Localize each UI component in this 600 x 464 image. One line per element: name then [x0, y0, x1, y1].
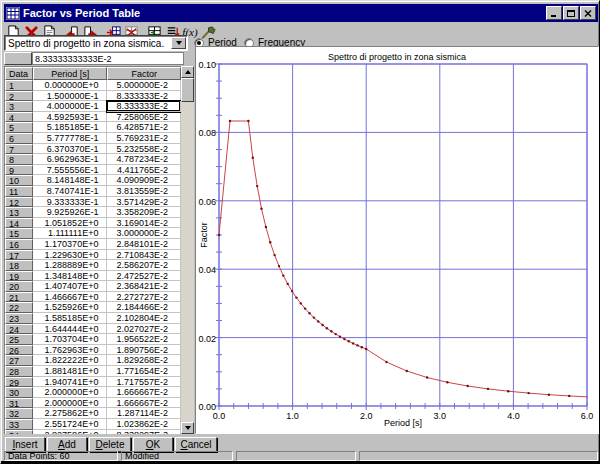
table-cell[interactable]: 9.925926E-1 [33, 207, 108, 218]
table-cell[interactable]: 1.771654E-2 [107, 366, 181, 377]
row-number-cell[interactable]: 34 [5, 430, 33, 434]
table-cell[interactable]: 2.827586E+0 [33, 430, 108, 434]
table-cell[interactable]: 1.500000E-1 [33, 91, 108, 102]
table-cell[interactable]: 5.000000E-2 [107, 80, 181, 91]
table-cell[interactable]: 1.829268E-2 [107, 355, 181, 366]
ok-button[interactable]: OK [133, 437, 173, 452]
table-cell[interactable]: 7.555556E-1 [33, 165, 108, 176]
table-cell[interactable]: 3.571429E-2 [107, 197, 181, 208]
table-cell[interactable]: 8.148148E-1 [33, 175, 108, 186]
cell-value-input[interactable] [32, 52, 184, 65]
row-number-cell[interactable]: 16 [5, 239, 33, 250]
table-cell[interactable]: 1.023862E-2 [107, 419, 181, 430]
table-cell[interactable]: 7.258065E-2 [107, 112, 181, 123]
table-cell[interactable]: 1.170370E+0 [33, 239, 108, 250]
table-cell[interactable]: 5.769231E-2 [107, 133, 181, 144]
row-number-cell[interactable]: 6 [5, 133, 33, 144]
table-cell[interactable]: 1.407407E+0 [33, 281, 108, 292]
column-header-data[interactable]: Data [5, 67, 33, 80]
table-cell[interactable]: 8.333333E-2 [107, 101, 181, 112]
scroll-up-icon[interactable] [181, 66, 194, 78]
maximize-button[interactable] [563, 6, 579, 20]
table-cell[interactable]: 1.229630E+0 [33, 250, 108, 261]
table-cell[interactable]: 1.644444E+0 [33, 324, 108, 335]
row-number-cell[interactable]: 31 [5, 398, 33, 409]
table-cell[interactable]: 6.428571E-2 [107, 122, 181, 133]
row-number-cell[interactable]: 12 [5, 197, 33, 208]
row-number-cell[interactable]: 7 [5, 144, 33, 155]
scroll-down-icon[interactable] [181, 422, 194, 434]
insert-button[interactable]: Insert [5, 437, 45, 452]
table-cell[interactable]: 8.338297E-3 [107, 430, 181, 434]
table-cell[interactable]: 0.000000E+0 [33, 80, 108, 91]
row-number-cell[interactable]: 29 [5, 377, 33, 388]
table-cell[interactable]: 1.881481E+0 [33, 366, 108, 377]
close-button[interactable] [580, 6, 596, 20]
column-header-period[interactable]: Period [s] [33, 67, 108, 80]
row-number-cell[interactable]: 21 [5, 292, 33, 303]
table-cell[interactable]: 5.185185E-1 [33, 122, 108, 133]
table-cell[interactable]: 9.333333E-1 [33, 197, 108, 208]
row-number-cell[interactable]: 32 [5, 408, 33, 419]
table-cell[interactable]: 4.592593E-1 [33, 112, 108, 123]
table-cell[interactable]: 2.710843E-2 [107, 250, 181, 261]
table-cell[interactable]: 1.666667E-2 [107, 398, 181, 409]
table-cell[interactable]: 2.368421E-2 [107, 281, 181, 292]
add-button[interactable]: Add [47, 437, 87, 452]
table-cell[interactable]: 1.287114E-2 [107, 408, 181, 419]
table-cell[interactable]: 1.051852E+0 [33, 218, 108, 229]
row-number-cell[interactable]: 20 [5, 281, 33, 292]
row-number-cell[interactable]: 8 [5, 154, 33, 165]
row-number-cell[interactable]: 28 [5, 366, 33, 377]
scrollbar-thumb[interactable] [181, 78, 194, 102]
table-cell[interactable]: 2.000000E+0 [33, 387, 108, 398]
row-number-cell[interactable]: 17 [5, 250, 33, 261]
row-number-cell[interactable]: 24 [5, 324, 33, 335]
table-cell[interactable]: 1.466667E+0 [33, 292, 108, 303]
table-cell[interactable]: 6.370370E-1 [33, 144, 108, 155]
table-cell[interactable]: 1.703704E+0 [33, 334, 108, 345]
row-number-cell[interactable]: 13 [5, 207, 33, 218]
table-cell[interactable]: 1.288889E+0 [33, 260, 108, 271]
row-number-cell[interactable]: 4 [5, 112, 33, 123]
table-cell[interactable]: 1.717557E-2 [107, 377, 181, 388]
table-cell[interactable]: 3.169014E-2 [107, 218, 181, 229]
table-cell[interactable]: 1.525926E+0 [33, 302, 108, 313]
row-number-cell[interactable]: 18 [5, 260, 33, 271]
spectrum-select[interactable]: Spettro di progetto in zona sismica. [4, 35, 188, 51]
row-number-cell[interactable]: 15 [5, 228, 33, 239]
row-number-cell[interactable]: 11 [5, 186, 33, 197]
table-cell[interactable]: 2.275862E+0 [33, 408, 108, 419]
row-number-cell[interactable]: 33 [5, 419, 33, 430]
row-number-cell[interactable]: 10 [5, 175, 33, 186]
table-scrollbar[interactable] [181, 66, 194, 434]
table-cell[interactable]: 2.027027E-2 [107, 324, 181, 335]
table-cell[interactable]: 4.090909E-2 [107, 175, 181, 186]
table-cell[interactable]: 2.184466E-2 [107, 302, 181, 313]
table-cell[interactable]: 2.000000E+0 [33, 398, 108, 409]
table-cell[interactable]: 1.762963E+0 [33, 345, 108, 356]
row-number-cell[interactable]: 14 [5, 218, 33, 229]
table-cell[interactable]: 1.940741E+0 [33, 377, 108, 388]
table-cell[interactable]: 2.586207E-2 [107, 260, 181, 271]
row-number-cell[interactable]: 25 [5, 334, 33, 345]
row-number-cell[interactable]: 9 [5, 165, 33, 176]
table-cell[interactable]: 8.740741E-1 [33, 186, 108, 197]
table-cell[interactable]: 6.962963E-1 [33, 154, 108, 165]
table-cell[interactable]: 3.813559E-2 [107, 186, 181, 197]
minimize-button[interactable] [546, 6, 562, 20]
row-number-cell[interactable]: 19 [5, 271, 33, 282]
column-header-factor[interactable]: Factor [107, 67, 181, 80]
delete-button[interactable]: Delete [89, 437, 131, 452]
table-cell[interactable]: 1.822222E+0 [33, 355, 108, 366]
table-cell[interactable]: 5.777778E-1 [33, 133, 108, 144]
row-number-cell[interactable]: 22 [5, 302, 33, 313]
table-cell[interactable]: 1.956522E-2 [107, 334, 181, 345]
table-cell[interactable]: 2.551724E+0 [33, 419, 108, 430]
row-number-cell[interactable]: 5 [5, 122, 33, 133]
cancel-button[interactable]: Cancel [175, 437, 217, 452]
row-number-cell[interactable]: 2 [5, 91, 33, 102]
row-number-cell[interactable]: 26 [5, 345, 33, 356]
row-number-cell[interactable]: 1 [5, 80, 33, 91]
table-cell[interactable]: 4.787234E-2 [107, 154, 181, 165]
